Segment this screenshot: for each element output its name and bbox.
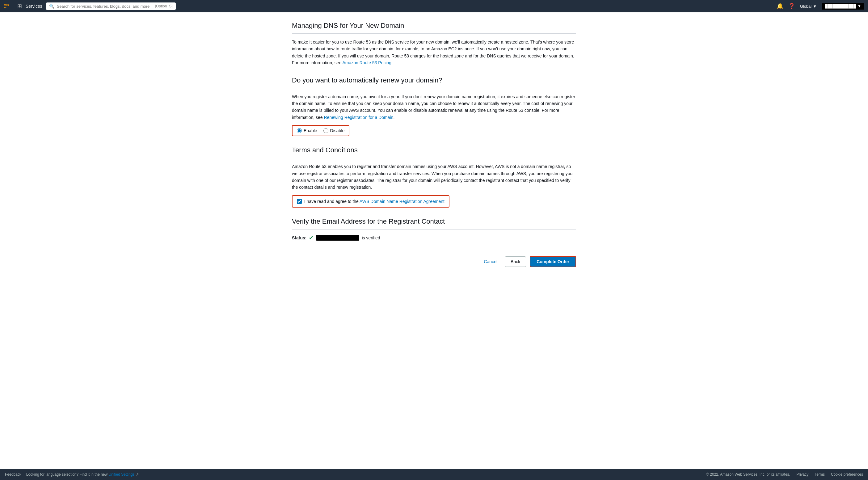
- bell-icon[interactable]: 🔔: [777, 3, 783, 9]
- action-row: Cancel Back Complete Order: [292, 251, 576, 267]
- terms-checkbox[interactable]: [297, 199, 302, 204]
- account-chevron-icon: ▼: [858, 4, 861, 8]
- renew-title: Do you want to automatically renew your …: [292, 76, 576, 84]
- search-input[interactable]: [57, 4, 153, 9]
- renew-section: Do you want to automatically renew your …: [292, 76, 576, 136]
- back-button[interactable]: Back: [505, 256, 526, 267]
- renewing-registration-link[interactable]: Renewing Registration for a Domain: [324, 115, 394, 120]
- terms-prefix: I have read and agree to the: [304, 199, 360, 204]
- top-navigation: aws ⊞ Services 🔍 [Option+S] 🔔 ❓ Global ▼…: [0, 0, 868, 12]
- search-bar[interactable]: 🔍 [Option+S]: [46, 2, 176, 10]
- enable-radio-option[interactable]: Enable: [297, 128, 317, 133]
- enable-radio-input[interactable]: [297, 128, 302, 133]
- svg-text:aws: aws: [4, 3, 9, 6]
- status-check-icon: ✔: [309, 234, 313, 241]
- content-area: Managing DNS for Your New Domain To make…: [286, 12, 582, 280]
- terms-checkbox-label: I have read and agree to the AWS Domain …: [304, 199, 444, 204]
- complete-order-button[interactable]: Complete Order: [530, 256, 576, 267]
- terms-title: Terms and Conditions: [292, 146, 576, 154]
- search-shortcut: [Option+S]: [155, 4, 173, 8]
- dns-body-text: To make it easier for you to use Route 5…: [292, 39, 574, 65]
- enable-radio-label: Enable: [304, 128, 317, 133]
- region-chevron-icon: ▼: [813, 4, 817, 9]
- terms-checkbox-row: I have read and agree to the AWS Domain …: [292, 195, 450, 207]
- disable-radio-input[interactable]: [323, 128, 328, 133]
- verify-section: Verify the Email Address for the Registr…: [292, 218, 576, 241]
- services-nav-label[interactable]: Services: [26, 4, 42, 9]
- renew-divider: [292, 88, 576, 88]
- main-wrapper: Managing DNS for Your New Domain To make…: [0, 12, 868, 469]
- aws-logo[interactable]: aws: [4, 3, 13, 9]
- grid-icon[interactable]: ⊞: [17, 3, 22, 9]
- search-icon: 🔍: [49, 4, 54, 9]
- route53-pricing-link[interactable]: Amazon Route 53 Pricing.: [342, 60, 393, 65]
- dns-body: To make it easier for you to use Route 5…: [292, 39, 576, 66]
- region-label: Global: [800, 4, 812, 9]
- region-selector[interactable]: Global ▼: [800, 4, 817, 9]
- status-label: Status:: [292, 235, 306, 240]
- renewal-radio-group: Enable Disable: [292, 125, 349, 136]
- account-name: ████████████: [825, 4, 856, 8]
- disable-radio-option[interactable]: Disable: [323, 128, 345, 133]
- verify-title: Verify the Email Address for the Registr…: [292, 218, 576, 225]
- nav-right-group: 🔔 ❓ Global ▼ ████████████ ▼: [777, 3, 864, 9]
- renew-body: When you register a domain name, you own…: [292, 93, 576, 121]
- terms-section: Terms and Conditions Amazon Route 53 ena…: [292, 146, 576, 207]
- cancel-button[interactable]: Cancel: [480, 257, 501, 266]
- status-row: Status: ✔ is verified: [292, 234, 576, 241]
- dns-section: Managing DNS for Your New Domain To make…: [292, 22, 576, 66]
- account-menu[interactable]: ████████████ ▼: [822, 3, 864, 9]
- disable-radio-label: Disable: [330, 128, 345, 133]
- registration-agreement-link[interactable]: AWS Domain Name Registration Agreement: [360, 199, 444, 204]
- dns-divider: [292, 33, 576, 34]
- terms-body: Amazon Route 53 enables you to register …: [292, 163, 576, 191]
- renew-link-suffix: .: [393, 115, 395, 120]
- status-email-redacted: [316, 235, 359, 241]
- dns-title: Managing DNS for Your New Domain: [292, 22, 576, 30]
- help-icon[interactable]: ❓: [788, 3, 795, 9]
- verify-divider: [292, 229, 576, 229]
- status-suffix: is verified: [362, 235, 380, 240]
